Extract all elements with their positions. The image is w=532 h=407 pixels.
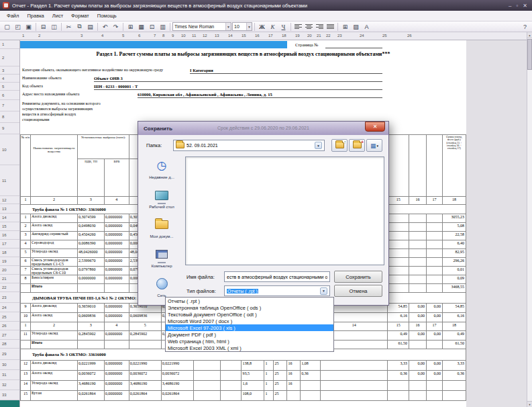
up-folder-button[interactable]: ↑ xyxy=(331,139,348,152)
report-cell[interactable]: 0,0000000 xyxy=(105,275,129,284)
menu-item-3[interactable]: Лист xyxy=(48,11,67,20)
report-cell[interactable]: 0,0221990 xyxy=(129,361,162,371)
report-cell[interactable]: 7 xyxy=(21,267,31,275)
report-cell[interactable]: 0,3659010 xyxy=(78,304,105,313)
report-cell[interactable]: Ангидрид сернистый xyxy=(31,232,78,240)
page-number-field[interactable] xyxy=(325,40,382,48)
report-cell[interactable]: Углерода оксид xyxy=(31,331,78,341)
report-cell[interactable]: 54,85 xyxy=(443,304,466,313)
report-cell[interactable]: 0,0036072 xyxy=(162,371,194,381)
report-cell[interactable] xyxy=(388,232,409,240)
report-cell[interactable]: 16 xyxy=(287,381,301,391)
report-cell[interactable]: 1 xyxy=(264,381,274,391)
report-cell[interactable] xyxy=(427,275,443,284)
show-grid-button[interactable]: ▦ xyxy=(136,22,146,32)
gutter-row-6[interactable]: 6 xyxy=(0,91,19,100)
report-cell[interactable]: 1 xyxy=(21,322,31,331)
borders-button[interactable]: ⊞ xyxy=(340,22,350,32)
report-cell[interactable]: 9 xyxy=(21,304,31,313)
report-cell[interactable]: 296,26 xyxy=(443,258,466,267)
report-cell[interactable]: 54,85 xyxy=(388,304,409,313)
report-cell[interactable]: 0,0261864 xyxy=(78,391,105,401)
report-cell[interactable]: Итого xyxy=(31,284,78,293)
info-row-address[interactable]: Адрес места нахождения объекта 610000, К… xyxy=(20,91,466,100)
report-cell[interactable]: Азота оксид xyxy=(31,371,78,381)
report-cell[interactable]: 25 xyxy=(274,371,287,381)
report-cell[interactable] xyxy=(388,267,409,275)
report-cell[interactable] xyxy=(427,258,443,267)
cell-format-button[interactable]: ▥ xyxy=(158,22,168,32)
minimize-icon[interactable]: – xyxy=(509,3,511,9)
gutter-row-25[interactable]: 25 xyxy=(0,312,19,322)
report-cell[interactable]: 4 xyxy=(105,197,129,205)
align-left-button[interactable] xyxy=(293,22,303,32)
bold-button[interactable]: Ж xyxy=(257,22,267,32)
report-cell[interactable] xyxy=(388,391,409,401)
chevron-down-icon[interactable]: ▼ xyxy=(315,142,322,149)
info-value[interactable]: Объект ОНВ 3 xyxy=(94,75,382,82)
report-cell[interactable] xyxy=(409,381,427,391)
help-button[interactable]: ? xyxy=(520,22,530,32)
gutter-row-5[interactable]: 5 xyxy=(0,83,19,91)
report-cell[interactable]: 138,8 xyxy=(242,361,264,371)
menu-item-1[interactable]: Файл xyxy=(3,11,23,20)
file-type-option[interactable]: Электронная таблица OpenOffice ( ods ) xyxy=(166,304,333,311)
place-computer[interactable]: Компьютер xyxy=(142,245,181,268)
report-cell[interactable] xyxy=(388,284,409,293)
report-cell[interactable]: 0,0000000 xyxy=(105,240,129,249)
menu-item-2[interactable]: Правка xyxy=(23,11,48,20)
report-cell[interactable]: 22,58 xyxy=(443,232,466,240)
file-type-option[interactable]: Текстовый документ OpenOffice ( odt ) xyxy=(166,311,333,318)
report-cell[interactable]: 3,4686190 xyxy=(129,381,162,391)
report-cell[interactable] xyxy=(194,361,221,371)
report-cell[interactable]: 18 xyxy=(443,197,466,205)
report-cell[interactable]: 17 xyxy=(427,322,443,331)
report-cell[interactable] xyxy=(409,275,427,284)
report-cell[interactable]: 0,0000000 xyxy=(105,331,129,341)
report-cell[interactable]: 0,00 xyxy=(427,331,443,341)
report-cell[interactable]: 3468,55 xyxy=(443,284,466,293)
report-cell[interactable]: 10 xyxy=(21,313,31,322)
gutter-row-21[interactable]: 21 xyxy=(0,275,19,283)
report-cell[interactable]: 0,0000000 xyxy=(105,232,129,240)
report-cell[interactable]: 0,2845902 xyxy=(78,331,105,341)
align-justify-button[interactable] xyxy=(325,22,335,32)
report-cell[interactable]: 3,4686190 xyxy=(78,381,105,391)
scroll-down-button[interactable]: ▼ xyxy=(527,401,532,407)
report-cell[interactable]: 0,36 xyxy=(301,371,321,381)
report-cell[interactable]: Итого xyxy=(31,341,78,349)
gutter-row-14[interactable]: 14 xyxy=(0,214,19,222)
report-cell[interactable]: 1,6 xyxy=(242,381,264,391)
column-ruler[interactable]: 1234567891011121314151617181920212223242… xyxy=(0,32,527,40)
align-center-button[interactable] xyxy=(304,22,314,32)
dialog-close-button[interactable]: ✕ xyxy=(365,122,385,132)
gutter-row-15[interactable]: 15 xyxy=(0,222,19,231)
place-network[interactable]: Сеть xyxy=(142,275,181,298)
report-cell[interactable] xyxy=(321,371,388,381)
report-cell[interactable]: Наименование загрязняющего вещества xyxy=(31,135,78,197)
file-list[interactable] xyxy=(185,156,384,265)
report-cell[interactable]: Азота оксид xyxy=(31,223,78,232)
cancel-button[interactable]: Отмена xyxy=(334,285,382,297)
selection-highlight[interactable] xyxy=(20,41,287,48)
report-cell[interactable]: 0,0086390 xyxy=(78,240,105,249)
filename-input[interactable]: еств в атмосферный воздух стационарными … xyxy=(224,271,330,282)
chevron-down-icon[interactable]: ▼ xyxy=(320,287,327,295)
report-cell[interactable]: 5 xyxy=(129,322,162,331)
report-cell[interactable]: 0,36 xyxy=(443,371,466,381)
chevron-down-icon[interactable]: ▼ xyxy=(246,23,252,30)
report-cell[interactable] xyxy=(105,341,129,349)
report-cell[interactable] xyxy=(409,284,427,293)
report-cell[interactable]: 0,0000000 xyxy=(105,361,129,371)
report-cell[interactable]: 6,16 xyxy=(443,313,466,322)
gutter-row-18[interactable]: 18 xyxy=(0,248,19,257)
report-cell[interactable] xyxy=(21,341,31,349)
gutter-row-1[interactable]: 1 xyxy=(0,40,19,49)
print-button[interactable]: ⊟ xyxy=(38,22,48,32)
gutter-row-17[interactable]: 17 xyxy=(0,240,19,248)
gutter-row-24[interactable]: 24 xyxy=(0,303,19,312)
report-cell[interactable]: 61,50 xyxy=(443,341,466,349)
report-cell[interactable] xyxy=(21,284,31,293)
report-cell[interactable]: 6,40 xyxy=(443,240,466,249)
report-cell[interactable]: 0,00 xyxy=(409,304,427,313)
